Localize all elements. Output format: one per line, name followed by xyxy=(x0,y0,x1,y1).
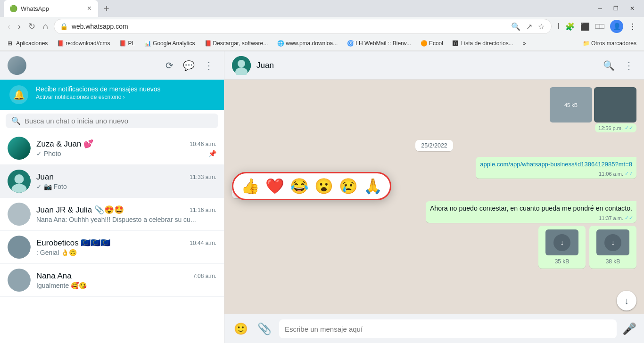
bookmark-ecool[interactable]: 🟠 Ecool xyxy=(417,38,447,49)
more-options-icon[interactable]: ⋮ xyxy=(621,57,636,74)
forward-button[interactable]: › xyxy=(16,20,23,33)
ext-icon-3[interactable]: ⬛ xyxy=(578,20,592,33)
bookmark-label: Ecool xyxy=(429,40,443,47)
chat-item[interactable]: Nana Ana 7:08 a.m. Igualmente 🥰😘 xyxy=(0,264,224,297)
share-icon[interactable]: ↗ xyxy=(525,21,533,32)
menu-icon[interactable]: ⋮ xyxy=(201,57,216,74)
chat-preview: ✓ Photo xyxy=(36,150,205,157)
header-icons: ⟳ 💬 ⋮ xyxy=(163,57,216,74)
close-button[interactable]: ✕ xyxy=(624,0,640,17)
bookmark-label: re:download//cms xyxy=(66,40,110,47)
tab-close-button[interactable]: × xyxy=(86,3,92,14)
search-icon[interactable]: 🔍 xyxy=(510,21,521,32)
bookmark-otros[interactable]: 📁 Otros marcadores xyxy=(579,38,640,49)
whatsapp-app: ⟳ 💬 ⋮ 🔔 Recibe notificaciones de mensaje… xyxy=(0,51,644,343)
chat-header: Juan 🔍 ⋮ xyxy=(224,51,644,80)
profile-button[interactable]: 👤 xyxy=(610,20,623,33)
bookmark-label: LH WebMail :: Bienv... xyxy=(355,40,411,47)
notification-subtitle[interactable]: Activar notificaciones de escritorio › xyxy=(36,94,215,100)
chat-info: Nana Ana 7:08 a.m. Igualmente 🥰😘 xyxy=(36,271,216,289)
chat-name: Nana Ana xyxy=(36,271,72,281)
ext-icon-4[interactable]: □□ xyxy=(594,20,606,33)
message: ↓ 35 kB ↓ 38 kB xyxy=(232,226,636,269)
reaction-cry[interactable]: 😢 xyxy=(339,177,358,195)
chat-time: 10:44 a.m. xyxy=(190,240,216,246)
emoji-button[interactable]: 🙂 xyxy=(232,320,250,337)
chat-item[interactable]: Eurobeticos 🇪🇺🇪🇺🇪🇺 10:44 a.m. : Genial 👌… xyxy=(0,231,224,264)
bookmark-label: Lista de directorios... xyxy=(461,40,513,47)
bookmark-lista[interactable]: 🅰 Lista de directorios... xyxy=(449,38,517,49)
maximize-button[interactable]: ❐ xyxy=(608,0,624,17)
bookmark-lhwebmail[interactable]: 🌀 LH WebMail :: Bienv... xyxy=(343,38,415,49)
reaction-heart[interactable]: ❤️ xyxy=(265,177,284,195)
pin-icon: 📌 xyxy=(208,150,216,157)
bookmarks-bar: ⊞ Aplicaciones 📕 re:download//cms 📕 PL 📊… xyxy=(0,36,644,51)
bookmark-label: www.pma.downloa... xyxy=(286,40,338,47)
minimize-button[interactable]: ─ xyxy=(592,0,608,17)
url-bar[interactable]: 🔒 web.whatsapp.com 🔍 ↗ ☆ xyxy=(54,19,552,34)
chat-info: Zuza & Juan 💕 10:46 a.m. ✓ Photo 📌 xyxy=(36,139,216,157)
check-icon: ✓✓ xyxy=(625,171,633,177)
message-text: Ahora no puedo contestar, en cuanto pued… xyxy=(430,204,632,212)
browser-chrome: 🟢 WhatsApp × + ─ ❐ ✕ ‹ › ↻ ⌂ 🔒 web.whats… xyxy=(0,0,644,51)
new-chat-icon[interactable]: 💬 xyxy=(180,57,198,74)
reaction-pray[interactable]: 🙏 xyxy=(363,177,382,195)
address-bar: ‹ › ↻ ⌂ 🔒 web.whatsapp.com 🔍 ↗ ☆ I 🧩 ⬛ □… xyxy=(0,17,644,36)
chat-time: 11:16 a.m. xyxy=(190,207,216,213)
avatar xyxy=(8,269,31,292)
mic-button[interactable]: 🎤 xyxy=(622,322,636,335)
window-controls: ─ ❐ ✕ xyxy=(592,0,640,17)
ext-icon-1[interactable]: I xyxy=(555,20,561,33)
whatsapp-tab[interactable]: 🟢 WhatsApp × xyxy=(4,0,98,17)
message-time: 12:56 p.m. xyxy=(598,125,623,131)
bookmark-pl[interactable]: 📕 PL xyxy=(116,38,139,49)
download-button[interactable]: ↓ xyxy=(604,234,621,251)
reaction-box: 👍 ❤️ 😂 😮 😢 🙏 xyxy=(232,172,391,200)
more-label: » xyxy=(523,40,526,47)
hola-message-wrap: Hola 11:37 ⌄ 🙂 👍 ❤️ 😂 😮 😢 🙏 xyxy=(232,181,636,199)
search-input-wrap: 🔍 xyxy=(6,114,218,128)
bookmark-icon[interactable]: ☆ xyxy=(537,21,545,32)
search-chat-icon[interactable]: 🔍 xyxy=(600,57,618,74)
chat-item[interactable]: Juan JR & Julia 📎😍🤩 11:16 a.m. Nana Ana:… xyxy=(0,198,224,231)
search-bar: 🔍 xyxy=(0,110,224,132)
chat-time: 10:46 a.m. xyxy=(190,141,216,147)
back-button[interactable]: ‹ xyxy=(6,20,12,33)
reload-button[interactable]: ↻ xyxy=(26,19,37,33)
message-time: 11:37 a.m. xyxy=(599,215,623,221)
user-avatar[interactable] xyxy=(8,56,26,75)
avatar xyxy=(8,236,31,259)
message-input[interactable] xyxy=(279,319,617,338)
search-input[interactable] xyxy=(25,117,213,125)
download-button[interactable]: ↓ xyxy=(553,234,570,251)
chat-item[interactable]: Juan 11:33 a.m. ✓ 📷 Foto xyxy=(0,165,224,198)
chat-info: Juan JR & Julia 📎😍🤩 11:16 a.m. Nana Ana:… xyxy=(36,205,216,223)
reaction-laugh[interactable]: 😂 xyxy=(290,177,309,195)
communities-icon[interactable]: ⟳ xyxy=(163,57,176,74)
bookmark-more[interactable]: » xyxy=(519,38,530,49)
sidebar-header: ⟳ 💬 ⋮ xyxy=(0,51,224,80)
bookmark-label: Otros marcadores xyxy=(591,40,636,47)
date-divider: 25/2/2022 xyxy=(232,140,636,151)
notification-icon: 🔔 xyxy=(9,85,28,104)
reaction-thumbsup[interactable]: 👍 xyxy=(241,177,260,195)
menu-button[interactable]: ⋮ xyxy=(627,20,638,33)
bookmark-redownload[interactable]: 📕 re:download//cms xyxy=(53,38,114,49)
reaction-wow[interactable]: 😮 xyxy=(314,177,333,195)
bookmark-label: PL xyxy=(128,40,135,47)
home-button[interactable]: ⌂ xyxy=(41,20,50,33)
chat-name: Eurobeticos 🇪🇺🇪🇺🇪🇺 xyxy=(36,238,111,248)
bookmark-pma[interactable]: 🌐 www.pma.downloa... xyxy=(273,38,341,49)
chat-name: Juan JR & Julia 📎😍🤩 xyxy=(36,205,124,215)
new-tab-button[interactable]: + xyxy=(100,1,113,16)
attach-button[interactable]: 📎 xyxy=(256,320,273,337)
url-text: web.whatsapp.com xyxy=(72,23,506,30)
chat-item[interactable]: Zuza & Juan 💕 10:46 a.m. ✓ Photo 📌 xyxy=(0,132,224,165)
notification-title: Recibe notificaciones de mensajes nuevos xyxy=(36,85,215,93)
contact-avatar[interactable] xyxy=(232,56,251,75)
ext-icon-2[interactable]: 🧩 xyxy=(563,20,577,33)
bookmark-aplicaciones[interactable]: ⊞ Aplicaciones xyxy=(4,38,51,49)
bookmark-descargar[interactable]: 📕 Descargar, software... xyxy=(201,38,272,49)
chat-time: 11:33 a.m. xyxy=(190,174,216,180)
bookmark-analytics[interactable]: 📊 Google Analytics xyxy=(140,38,198,49)
